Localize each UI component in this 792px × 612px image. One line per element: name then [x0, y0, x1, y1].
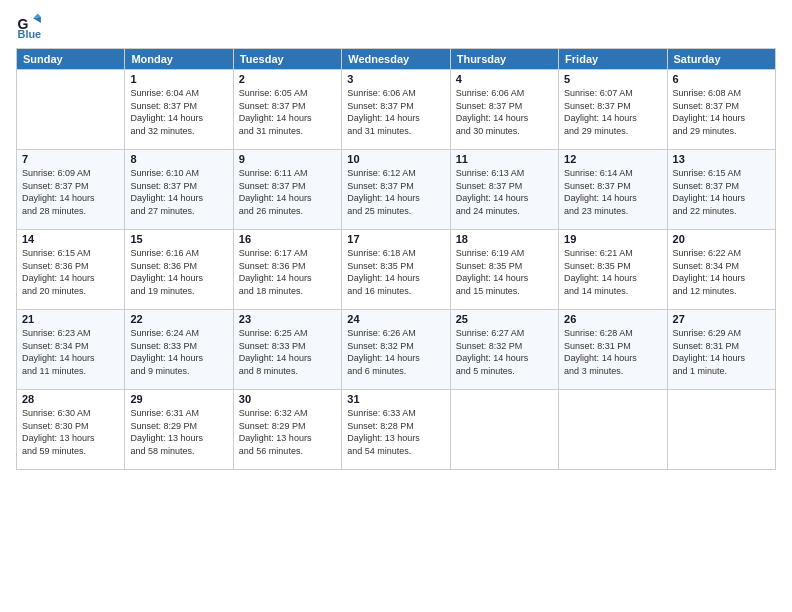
- day-number: 22: [130, 313, 227, 325]
- day-info: Sunrise: 6:05 AM Sunset: 8:37 PM Dayligh…: [239, 87, 336, 137]
- calendar-cell: 2Sunrise: 6:05 AM Sunset: 8:37 PM Daylig…: [233, 70, 341, 150]
- day-info: Sunrise: 6:29 AM Sunset: 8:31 PM Dayligh…: [673, 327, 770, 377]
- calendar-week-row: 1Sunrise: 6:04 AM Sunset: 8:37 PM Daylig…: [17, 70, 776, 150]
- logo: G Blue: [16, 12, 48, 40]
- day-header-tuesday: Tuesday: [233, 49, 341, 70]
- calendar-cell: 23Sunrise: 6:25 AM Sunset: 8:33 PM Dayli…: [233, 310, 341, 390]
- calendar-cell: 14Sunrise: 6:15 AM Sunset: 8:36 PM Dayli…: [17, 230, 125, 310]
- calendar-cell: 13Sunrise: 6:15 AM Sunset: 8:37 PM Dayli…: [667, 150, 775, 230]
- calendar-cell: 4Sunrise: 6:06 AM Sunset: 8:37 PM Daylig…: [450, 70, 558, 150]
- calendar-cell: [667, 390, 775, 470]
- day-info: Sunrise: 6:28 AM Sunset: 8:31 PM Dayligh…: [564, 327, 661, 377]
- calendar-cell: 24Sunrise: 6:26 AM Sunset: 8:32 PM Dayli…: [342, 310, 450, 390]
- calendar-week-row: 28Sunrise: 6:30 AM Sunset: 8:30 PM Dayli…: [17, 390, 776, 470]
- calendar-cell: 3Sunrise: 6:06 AM Sunset: 8:37 PM Daylig…: [342, 70, 450, 150]
- calendar-cell: 15Sunrise: 6:16 AM Sunset: 8:36 PM Dayli…: [125, 230, 233, 310]
- day-number: 8: [130, 153, 227, 165]
- calendar-cell: 16Sunrise: 6:17 AM Sunset: 8:36 PM Dayli…: [233, 230, 341, 310]
- calendar-cell: 25Sunrise: 6:27 AM Sunset: 8:32 PM Dayli…: [450, 310, 558, 390]
- day-number: 31: [347, 393, 444, 405]
- calendar-cell: [17, 70, 125, 150]
- day-number: 21: [22, 313, 119, 325]
- day-number: 5: [564, 73, 661, 85]
- day-info: Sunrise: 6:04 AM Sunset: 8:37 PM Dayligh…: [130, 87, 227, 137]
- day-info: Sunrise: 6:24 AM Sunset: 8:33 PM Dayligh…: [130, 327, 227, 377]
- calendar-cell: 20Sunrise: 6:22 AM Sunset: 8:34 PM Dayli…: [667, 230, 775, 310]
- day-number: 25: [456, 313, 553, 325]
- calendar-cell: 7Sunrise: 6:09 AM Sunset: 8:37 PM Daylig…: [17, 150, 125, 230]
- calendar-cell: 19Sunrise: 6:21 AM Sunset: 8:35 PM Dayli…: [559, 230, 667, 310]
- day-number: 4: [456, 73, 553, 85]
- page: G Blue SundayMondayTuesdayWednesdayThurs…: [0, 0, 792, 612]
- calendar-week-row: 7Sunrise: 6:09 AM Sunset: 8:37 PM Daylig…: [17, 150, 776, 230]
- calendar-week-row: 21Sunrise: 6:23 AM Sunset: 8:34 PM Dayli…: [17, 310, 776, 390]
- day-number: 7: [22, 153, 119, 165]
- calendar-cell: 12Sunrise: 6:14 AM Sunset: 8:37 PM Dayli…: [559, 150, 667, 230]
- calendar-cell: 17Sunrise: 6:18 AM Sunset: 8:35 PM Dayli…: [342, 230, 450, 310]
- day-number: 15: [130, 233, 227, 245]
- day-number: 28: [22, 393, 119, 405]
- day-info: Sunrise: 6:27 AM Sunset: 8:32 PM Dayligh…: [456, 327, 553, 377]
- calendar-cell: 27Sunrise: 6:29 AM Sunset: 8:31 PM Dayli…: [667, 310, 775, 390]
- day-number: 9: [239, 153, 336, 165]
- day-info: Sunrise: 6:25 AM Sunset: 8:33 PM Dayligh…: [239, 327, 336, 377]
- day-number: 13: [673, 153, 770, 165]
- day-header-saturday: Saturday: [667, 49, 775, 70]
- day-info: Sunrise: 6:33 AM Sunset: 8:28 PM Dayligh…: [347, 407, 444, 457]
- day-info: Sunrise: 6:18 AM Sunset: 8:35 PM Dayligh…: [347, 247, 444, 297]
- day-info: Sunrise: 6:06 AM Sunset: 8:37 PM Dayligh…: [456, 87, 553, 137]
- calendar-cell: 8Sunrise: 6:10 AM Sunset: 8:37 PM Daylig…: [125, 150, 233, 230]
- day-number: 18: [456, 233, 553, 245]
- day-info: Sunrise: 6:14 AM Sunset: 8:37 PM Dayligh…: [564, 167, 661, 217]
- day-info: Sunrise: 6:23 AM Sunset: 8:34 PM Dayligh…: [22, 327, 119, 377]
- day-number: 20: [673, 233, 770, 245]
- day-info: Sunrise: 6:21 AM Sunset: 8:35 PM Dayligh…: [564, 247, 661, 297]
- day-header-wednesday: Wednesday: [342, 49, 450, 70]
- day-info: Sunrise: 6:31 AM Sunset: 8:29 PM Dayligh…: [130, 407, 227, 457]
- calendar-cell: 26Sunrise: 6:28 AM Sunset: 8:31 PM Dayli…: [559, 310, 667, 390]
- day-number: 14: [22, 233, 119, 245]
- day-header-monday: Monday: [125, 49, 233, 70]
- header: G Blue: [16, 12, 776, 40]
- calendar-cell: 31Sunrise: 6:33 AM Sunset: 8:28 PM Dayli…: [342, 390, 450, 470]
- day-info: Sunrise: 6:11 AM Sunset: 8:37 PM Dayligh…: [239, 167, 336, 217]
- day-info: Sunrise: 6:15 AM Sunset: 8:37 PM Dayligh…: [673, 167, 770, 217]
- day-info: Sunrise: 6:17 AM Sunset: 8:36 PM Dayligh…: [239, 247, 336, 297]
- calendar-cell: 11Sunrise: 6:13 AM Sunset: 8:37 PM Dayli…: [450, 150, 558, 230]
- day-info: Sunrise: 6:26 AM Sunset: 8:32 PM Dayligh…: [347, 327, 444, 377]
- calendar-cell: 5Sunrise: 6:07 AM Sunset: 8:37 PM Daylig…: [559, 70, 667, 150]
- day-info: Sunrise: 6:19 AM Sunset: 8:35 PM Dayligh…: [456, 247, 553, 297]
- day-number: 27: [673, 313, 770, 325]
- day-number: 1: [130, 73, 227, 85]
- day-number: 6: [673, 73, 770, 85]
- calendar-cell: 28Sunrise: 6:30 AM Sunset: 8:30 PM Dayli…: [17, 390, 125, 470]
- day-info: Sunrise: 6:13 AM Sunset: 8:37 PM Dayligh…: [456, 167, 553, 217]
- day-info: Sunrise: 6:32 AM Sunset: 8:29 PM Dayligh…: [239, 407, 336, 457]
- calendar-table: SundayMondayTuesdayWednesdayThursdayFrid…: [16, 48, 776, 470]
- day-info: Sunrise: 6:22 AM Sunset: 8:34 PM Dayligh…: [673, 247, 770, 297]
- day-info: Sunrise: 6:07 AM Sunset: 8:37 PM Dayligh…: [564, 87, 661, 137]
- day-number: 11: [456, 153, 553, 165]
- day-header-sunday: Sunday: [17, 49, 125, 70]
- day-number: 12: [564, 153, 661, 165]
- day-number: 17: [347, 233, 444, 245]
- day-number: 23: [239, 313, 336, 325]
- day-number: 2: [239, 73, 336, 85]
- day-info: Sunrise: 6:30 AM Sunset: 8:30 PM Dayligh…: [22, 407, 119, 457]
- day-info: Sunrise: 6:10 AM Sunset: 8:37 PM Dayligh…: [130, 167, 227, 217]
- day-number: 29: [130, 393, 227, 405]
- calendar-cell: 30Sunrise: 6:32 AM Sunset: 8:29 PM Dayli…: [233, 390, 341, 470]
- day-header-friday: Friday: [559, 49, 667, 70]
- calendar-cell: [559, 390, 667, 470]
- calendar-cell: 1Sunrise: 6:04 AM Sunset: 8:37 PM Daylig…: [125, 70, 233, 150]
- day-number: 19: [564, 233, 661, 245]
- day-number: 26: [564, 313, 661, 325]
- calendar-cell: 22Sunrise: 6:24 AM Sunset: 8:33 PM Dayli…: [125, 310, 233, 390]
- day-number: 10: [347, 153, 444, 165]
- calendar-cell: 10Sunrise: 6:12 AM Sunset: 8:37 PM Dayli…: [342, 150, 450, 230]
- day-number: 24: [347, 313, 444, 325]
- day-info: Sunrise: 6:12 AM Sunset: 8:37 PM Dayligh…: [347, 167, 444, 217]
- logo-icon: G Blue: [16, 12, 44, 40]
- svg-text:Blue: Blue: [18, 28, 42, 40]
- calendar-cell: 18Sunrise: 6:19 AM Sunset: 8:35 PM Dayli…: [450, 230, 558, 310]
